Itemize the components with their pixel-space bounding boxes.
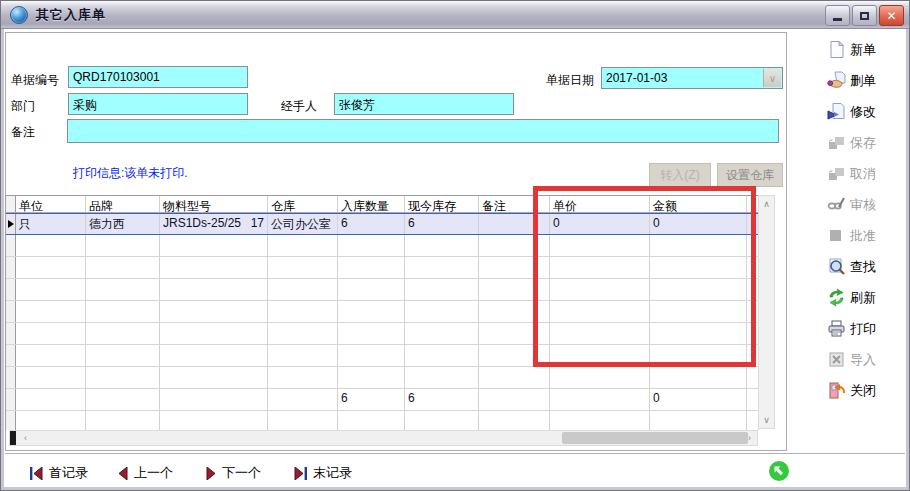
- grid-cell[interactable]: [86, 367, 160, 388]
- grid-cell[interactable]: [268, 389, 338, 410]
- grid-cell[interactable]: 6: [338, 214, 405, 234]
- grid-row[interactable]: [6, 345, 759, 367]
- scroll-left-icon[interactable]: ‹: [18, 431, 33, 445]
- save-button[interactable]: 保存: [827, 132, 876, 153]
- grid-row[interactable]: [6, 301, 759, 323]
- grid-cell[interactable]: [160, 257, 268, 278]
- doc-date-combobox[interactable]: 2017-01-03 ∨: [601, 67, 783, 89]
- grid-cell[interactable]: 6: [338, 389, 405, 410]
- grid-cell[interactable]: [16, 279, 86, 300]
- grid-cell[interactable]: [650, 257, 747, 278]
- grid-cell[interactable]: 0: [550, 214, 650, 234]
- handler-field[interactable]: 张俊芳: [334, 93, 514, 115]
- grid-cell[interactable]: [405, 345, 479, 366]
- grid-cell[interactable]: [479, 235, 550, 256]
- grid-row[interactable]: [6, 367, 759, 389]
- column-header[interactable]: 入库数量: [338, 196, 405, 212]
- grid-cell[interactable]: [550, 411, 650, 430]
- grid-cell[interactable]: [650, 279, 747, 300]
- grid-cell[interactable]: [650, 301, 747, 322]
- grid-cell[interactable]: [86, 345, 160, 366]
- column-header[interactable]: 单位: [16, 196, 86, 212]
- import-button[interactable]: 导入: [827, 349, 876, 370]
- close-button[interactable]: ✕: [879, 5, 904, 26]
- grid-cell[interactable]: [16, 345, 86, 366]
- grid-horizontal-scrollbar[interactable]: ‹ ›: [9, 430, 758, 446]
- grid-cell[interactable]: [16, 411, 86, 430]
- title-bar[interactable]: 其它入库单 ✕: [1, 1, 909, 29]
- grid-cell[interactable]: [550, 301, 650, 322]
- scroll-down-icon[interactable]: ∨: [759, 413, 774, 427]
- grid-cell[interactable]: [268, 279, 338, 300]
- grid-cell[interactable]: [650, 411, 747, 430]
- grid-cell[interactable]: [16, 301, 86, 322]
- grid-cell[interactable]: [338, 235, 405, 256]
- grid-cell[interactable]: [405, 323, 479, 344]
- grid-cell[interactable]: [160, 389, 268, 410]
- grid-cell[interactable]: [338, 279, 405, 300]
- grid-cell[interactable]: [338, 301, 405, 322]
- maximize-button[interactable]: [852, 5, 877, 26]
- grid-cell[interactable]: 德力西: [86, 214, 160, 234]
- grid-cell[interactable]: [86, 235, 160, 256]
- remark-field[interactable]: [67, 119, 779, 143]
- column-header[interactable]: 备注: [479, 196, 550, 212]
- grid-cell[interactable]: [268, 411, 338, 430]
- grid-cell[interactable]: [650, 345, 747, 366]
- department-field[interactable]: 采购: [68, 93, 248, 115]
- grid-cell[interactable]: [405, 367, 479, 388]
- grid-cell[interactable]: 0: [650, 214, 747, 234]
- column-header[interactable]: 金额: [650, 196, 747, 212]
- grid-cell[interactable]: [268, 367, 338, 388]
- modify-doc-button[interactable]: 修改: [827, 101, 876, 122]
- grid-cell[interactable]: [86, 257, 160, 278]
- grid-cell[interactable]: [550, 367, 650, 388]
- grid-cell[interactable]: [16, 323, 86, 344]
- minimize-button[interactable]: [825, 5, 850, 26]
- grid-cell[interactable]: [160, 235, 268, 256]
- grid-cell[interactable]: [550, 389, 650, 410]
- doc-no-field[interactable]: QRD170103001: [68, 66, 248, 88]
- grid-cell[interactable]: 只: [16, 214, 86, 234]
- grid-cell[interactable]: JRS1Ds-25/2517: [160, 214, 268, 234]
- grid-row[interactable]: [6, 411, 759, 430]
- grid-cell[interactable]: [650, 367, 747, 388]
- grid-cell[interactable]: [338, 411, 405, 430]
- grid-cell[interactable]: [479, 301, 550, 322]
- grid-cell[interactable]: [479, 279, 550, 300]
- delete-doc-button[interactable]: 删单: [827, 70, 876, 91]
- audit-button[interactable]: 审核: [827, 194, 876, 215]
- grid-cell[interactable]: [86, 323, 160, 344]
- grid-cell[interactable]: [160, 345, 268, 366]
- find-button[interactable]: 查找: [827, 256, 876, 277]
- scroll-up-icon[interactable]: ∧: [759, 197, 774, 211]
- grid-cell[interactable]: [160, 301, 268, 322]
- column-header[interactable]: 单价: [550, 196, 650, 212]
- print-button[interactable]: 打印: [827, 318, 876, 339]
- grid-cell[interactable]: [86, 389, 160, 410]
- grid-cell[interactable]: [479, 389, 550, 410]
- column-header[interactable]: 物料型号: [160, 196, 268, 212]
- refresh-button[interactable]: 刷新: [827, 287, 876, 308]
- grid-cell[interactable]: 6: [405, 389, 479, 410]
- grid-row[interactable]: 只德力西JRS1Ds-25/2517公司办公室6600: [6, 213, 759, 235]
- grid-cell[interactable]: [550, 279, 650, 300]
- grid-cell[interactable]: [268, 323, 338, 344]
- grid-cell[interactable]: [650, 323, 747, 344]
- next-record-button[interactable]: 下一个: [205, 464, 261, 482]
- column-header[interactable]: 仓库: [268, 196, 338, 212]
- approve-button[interactable]: 批准: [827, 225, 876, 246]
- prev-record-button[interactable]: 上一个: [117, 464, 173, 482]
- grid-cell[interactable]: [160, 279, 268, 300]
- grid-row[interactable]: [6, 323, 759, 345]
- close-form-button[interactable]: 关闭: [827, 380, 876, 401]
- chevron-down-icon[interactable]: ∨: [763, 69, 781, 87]
- grid-cell[interactable]: 公司办公室: [268, 214, 338, 234]
- transfer-button[interactable]: 转入(Z): [649, 163, 711, 187]
- grid-cell[interactable]: [550, 257, 650, 278]
- cancel-button[interactable]: 取消: [827, 163, 876, 184]
- grid-cell[interactable]: [160, 411, 268, 430]
- grid-cell[interactable]: [479, 323, 550, 344]
- grid-cell[interactable]: [405, 235, 479, 256]
- column-header[interactable]: 品牌: [86, 196, 160, 212]
